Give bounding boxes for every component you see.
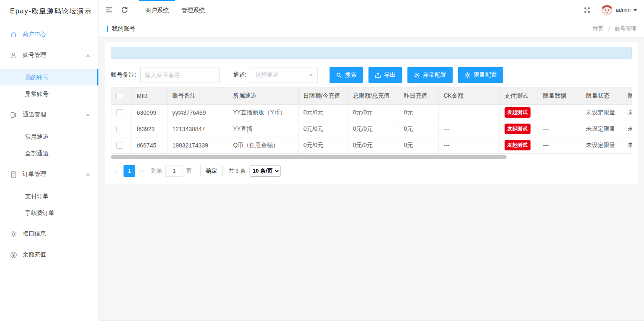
order-icon	[10, 171, 17, 178]
sidebar-subitem-all-channels[interactable]: 全部通道	[0, 145, 98, 162]
cell-yesterday: 0元	[399, 121, 438, 137]
confirm-button[interactable]: 确定	[200, 165, 223, 177]
scrollbar-thumb[interactable]	[111, 155, 507, 159]
topbar-right: admin	[584, 4, 637, 16]
pay-test-button[interactable]: 发起测试	[505, 140, 531, 150]
cell-limit_data: ---	[538, 121, 581, 137]
breadcrumb-home[interactable]: 首页	[592, 26, 603, 32]
row-checkbox[interactable]	[116, 109, 123, 116]
abnormal-config-button[interactable]: 异常配置	[407, 67, 453, 83]
accounts-table-wrap: MID账号备注所属通道日限额/今充值总限额/总充值昨日充值CK金额支付测试限量数…	[111, 87, 632, 154]
sidebar-item-label: 接口信息	[23, 230, 46, 238]
cell-checkbox	[111, 137, 131, 153]
sidebar-toggle-icon[interactable]	[106, 6, 113, 13]
sidebar-subitem-fee-orders[interactable]: 手续费订单	[0, 204, 98, 221]
gear-icon	[414, 72, 420, 78]
cell-limit_status: 未设定限量	[581, 121, 623, 137]
row-checkbox[interactable]	[116, 142, 123, 149]
column-header-mid: MID	[131, 88, 167, 104]
sidebar-subitem-abnormal-accounts[interactable]: 异常账号	[0, 85, 98, 102]
chevron-up-icon	[86, 114, 90, 116]
cell-channel: YY直播新版（Y币）	[228, 104, 298, 121]
title-accent-bar	[107, 26, 108, 32]
cell-total_limit: 0元/0元	[348, 137, 399, 153]
accounts-table: MID账号备注所属通道日限额/今充值总限额/总充值昨日充值CK金额支付测试限量数…	[111, 88, 632, 154]
cell-total_limit: 0元/0元	[348, 104, 399, 121]
export-button[interactable]: 导出	[368, 67, 402, 83]
cell-limit_data: ---	[538, 104, 581, 121]
pagination: ‹ 1 › 到第 页 确定 共 3 条 10 条/页	[111, 165, 632, 177]
sidebar-item-account-management[interactable]: 账号管理	[0, 47, 98, 64]
limit-config-button[interactable]: 限量配置	[458, 67, 503, 83]
remark-input[interactable]	[140, 67, 220, 83]
admin-username[interactable]: admin	[616, 7, 631, 13]
search-button[interactable]: 搜索	[330, 67, 363, 83]
cell-daily_limit: 0元/0元	[298, 121, 348, 137]
top-header: 商户系统管理系统	[99, 0, 644, 20]
cell-channel: YY直播	[228, 121, 298, 137]
submenu-channel-management: 常用通道全部通道	[0, 128, 98, 162]
cell-mid: f63923	[131, 121, 167, 137]
prev-page-button[interactable]: ‹	[111, 167, 122, 175]
select-all-checkbox[interactable]	[116, 93, 123, 99]
page-jump-input[interactable]	[165, 165, 183, 177]
yen-icon	[10, 251, 17, 258]
search-icon	[336, 72, 342, 78]
cell-pay_test: 发起测试	[499, 104, 538, 121]
sidebar-item-api-info[interactable]: 接口信息	[0, 225, 98, 242]
table-row: f639231213438847YY直播0元/0元0元/0元0元---发起测试-…	[111, 121, 632, 137]
cell-remark: 1213438847	[167, 121, 228, 137]
app-logo: Epay-欧皇源码论坛演示	[0, 0, 98, 16]
alert-banner	[111, 47, 632, 59]
sidebar-item-balance-recharge[interactable]: 余额充值	[0, 246, 98, 263]
page-footer	[99, 320, 644, 323]
next-page-button[interactable]: ›	[137, 167, 148, 175]
fullscreen-icon[interactable]	[584, 7, 590, 13]
jump-prefix-label: 到第	[151, 167, 162, 175]
chevron-down-icon	[309, 74, 313, 76]
column-header-daily_limit: 日限额/今充值	[298, 88, 348, 104]
cell-channel: Q币（任意金额）	[228, 137, 298, 153]
content-area: 账号备注: 通道: 选择通道 搜索	[99, 38, 644, 320]
submenu-account-management: 我的账号异常账号	[0, 69, 98, 102]
sidebar-item-label: 余额充值	[23, 251, 46, 258]
gear-icon	[464, 72, 471, 78]
gear-icon	[10, 230, 17, 238]
channel-select[interactable]: 选择通道	[251, 67, 318, 83]
cell-daily_limit: 0元/0元	[298, 104, 348, 121]
breadcrumb-separator: /	[608, 26, 610, 32]
pay-test-button[interactable]: 发起测试	[505, 124, 531, 134]
page-number-button[interactable]: 1	[124, 165, 135, 177]
sidebar-item-label: 通道管理	[23, 111, 46, 119]
tab-admin-system[interactable]: 管理系统	[175, 0, 211, 20]
horizontal-scrollbar	[111, 155, 632, 159]
tab-merchant-system[interactable]: 商户系统	[139, 0, 175, 20]
sidebar-subitem-payment-orders[interactable]: 支付订单	[0, 188, 98, 204]
page-size-select[interactable]: 10 条/页	[250, 165, 281, 177]
sidebar: Epay-欧皇源码论坛演示 商户中心账号管理我的账号异常账号通道管理常用通道全部…	[0, 0, 99, 320]
sidebar-subitem-common-channels[interactable]: 常用通道	[0, 128, 98, 145]
cell-mid: 630e99	[131, 104, 167, 121]
table-row: 630e99yyt43776469YY直播新版（Y币）0元/0元0元/0元0元-…	[111, 104, 632, 121]
avatar[interactable]	[601, 4, 613, 16]
user-icon	[10, 52, 17, 59]
sidebar-item-merchant-center[interactable]: 商户中心	[0, 26, 98, 43]
cell-ck_amount: ---	[438, 121, 499, 137]
chevron-up-icon	[86, 54, 90, 57]
cell-limit_extra: 未	[623, 104, 632, 121]
sidebar-item-channel-management[interactable]: 通道管理	[0, 106, 98, 123]
row-checkbox[interactable]	[116, 126, 123, 132]
column-header-limit_status: 限量状态	[581, 88, 623, 104]
breadcrumb-current: 账号管理	[615, 26, 636, 32]
chevron-down-icon[interactable]	[633, 9, 637, 11]
column-header-limit_data: 限量数据	[538, 88, 581, 104]
page-title: 我的账号	[112, 25, 135, 33]
cell-checkbox	[111, 104, 131, 121]
cell-limit_status: 未设定限量	[581, 104, 623, 121]
refresh-icon[interactable]	[121, 6, 128, 13]
cell-limit_status: 未设定限量	[581, 137, 623, 153]
sidebar-item-label: 订单管理	[23, 171, 46, 178]
pay-test-button[interactable]: 发起测试	[505, 107, 531, 118]
sidebar-item-order-management[interactable]: 订单管理	[0, 166, 98, 183]
sidebar-subitem-my-accounts[interactable]: 我的账号	[0, 69, 98, 85]
